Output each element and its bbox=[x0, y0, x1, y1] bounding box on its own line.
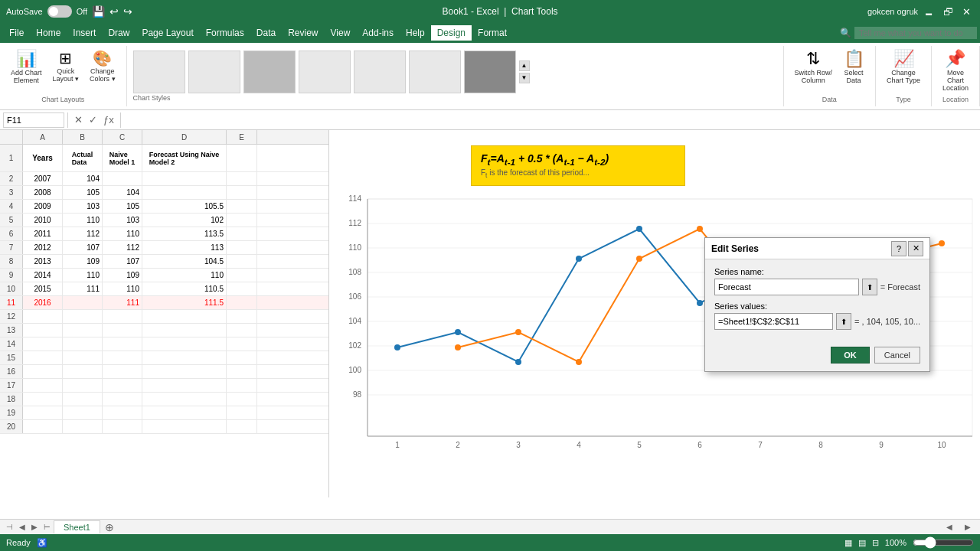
change-chart-type-button[interactable]: 📈 ChangeChart Type bbox=[882, 47, 925, 87]
chart-styles-label: Chart Styles bbox=[133, 94, 777, 103]
menu-page-layout[interactable]: Page Layout bbox=[136, 25, 199, 41]
menu-data[interactable]: Data bbox=[250, 25, 282, 41]
status-text: Ready bbox=[6, 538, 31, 547]
move-chart-button[interactable]: 📌 MoveChartLocation bbox=[938, 47, 973, 95]
col-header-e[interactable]: E bbox=[227, 130, 257, 144]
chart-style-1[interactable] bbox=[133, 51, 185, 93]
cancel-formula-icon[interactable]: ✕ bbox=[71, 114, 86, 126]
series-name-result: = Forecast bbox=[880, 282, 920, 292]
svg-text:110: 110 bbox=[348, 243, 361, 252]
chart-layouts-label: Chart Layouts bbox=[41, 96, 84, 105]
table-row: 1 Years ActualData NaiveModel 1 Forecast… bbox=[0, 145, 328, 172]
switch-row-column-button[interactable]: ⇅ Switch Row/Column bbox=[790, 47, 838, 87]
series-values-input[interactable] bbox=[714, 313, 833, 330]
sheet-tab-sheet1[interactable]: Sheet1 bbox=[54, 520, 100, 533]
quick-layout-button[interactable]: ⊞ QuickLayout ▾ bbox=[48, 47, 84, 86]
svg-text:5: 5 bbox=[637, 441, 642, 449]
redo-icon[interactable]: ↪ bbox=[123, 5, 132, 18]
autosave-toggle[interactable] bbox=[47, 5, 72, 18]
sheet-nav-next[interactable]: ▶ bbox=[28, 523, 41, 531]
svg-text:4: 4 bbox=[577, 441, 581, 449]
series-values-result: = , 104, 105, 10... bbox=[854, 317, 920, 326]
svg-text:7: 7 bbox=[758, 441, 763, 449]
menu-bar: File Home Insert Draw Page Layout Formul… bbox=[0, 23, 980, 43]
chart-style-4[interactable] bbox=[299, 51, 351, 93]
confirm-formula-icon[interactable]: ✓ bbox=[86, 114, 100, 126]
col-header-b[interactable]: B bbox=[63, 130, 103, 144]
quick-layout-icon: ⊞ bbox=[59, 51, 72, 66]
title-bar: AutoSave Off 💾 ↩ ↪ Book1 - Excel | Chart… bbox=[0, 0, 980, 23]
col-header-a[interactable]: A bbox=[23, 130, 63, 144]
sheet-nav-prev[interactable]: ◀ bbox=[16, 523, 28, 531]
table-row: 11 2016 111 111.5 bbox=[0, 296, 328, 310]
series-values-label: Series values: bbox=[714, 302, 920, 311]
chart-style-3[interactable] bbox=[243, 51, 296, 93]
chart-style-6[interactable] bbox=[409, 51, 461, 93]
page-break-view-icon[interactable]: ⊟ bbox=[872, 538, 879, 548]
menu-view[interactable]: View bbox=[325, 25, 357, 41]
sheet-nav-first[interactable]: ⊣ bbox=[3, 523, 16, 531]
chart-styles-scroll-down[interactable]: ▼ bbox=[519, 73, 530, 83]
menu-formulas[interactable]: Formulas bbox=[200, 25, 250, 41]
svg-text:8: 8 bbox=[818, 441, 823, 449]
chart-styles-scroll-up[interactable]: ▲ bbox=[519, 60, 530, 71]
svg-text:10: 10 bbox=[937, 441, 946, 449]
dialog-cancel-button[interactable]: Cancel bbox=[874, 347, 920, 364]
table-row: 2 2007 104 bbox=[0, 172, 328, 186]
save-icon[interactable]: 💾 bbox=[92, 5, 105, 18]
table-row: 17 bbox=[0, 379, 328, 393]
chart-area[interactable]: Ft=At-1 + 0.5 * (At-1 − At-2) Ft is the … bbox=[329, 130, 980, 497]
sheet-nav-last[interactable]: ⊢ bbox=[41, 523, 54, 531]
minimize-button[interactable]: 🗕 bbox=[921, 6, 937, 18]
search-input[interactable] bbox=[854, 27, 977, 39]
menu-home[interactable]: Home bbox=[30, 25, 67, 41]
svg-text:102: 102 bbox=[348, 341, 361, 350]
dialog-help-button[interactable]: ? bbox=[891, 241, 906, 256]
table-row: 4 2009 103 105 105.5 bbox=[0, 200, 328, 214]
table-row: 8 2013 109 107 104.5 bbox=[0, 255, 328, 269]
add-sheet-button[interactable]: ⊕ bbox=[105, 521, 114, 533]
add-chart-element-icon: 📊 bbox=[16, 51, 37, 67]
col-header-c[interactable]: C bbox=[103, 130, 142, 144]
select-data-button[interactable]: 📋 SelectData bbox=[838, 47, 869, 87]
name-box[interactable] bbox=[3, 112, 64, 128]
change-colors-button[interactable]: 🎨 ChangeColors ▾ bbox=[85, 47, 120, 86]
undo-icon[interactable]: ↩ bbox=[109, 5, 119, 18]
formula-main-text: Ft=At-1 + 0.5 * (At-1 − At-2) bbox=[481, 152, 675, 167]
type-group: 📈 ChangeChart Type Type bbox=[876, 46, 932, 106]
menu-review[interactable]: Review bbox=[282, 25, 324, 41]
series-name-input[interactable] bbox=[714, 279, 859, 295]
menu-design[interactable]: Design bbox=[431, 25, 472, 41]
menu-format[interactable]: Format bbox=[472, 25, 513, 41]
dialog-close-button[interactable]: ✕ bbox=[908, 241, 923, 256]
series-name-field: Series name: ⬆ = Forecast bbox=[714, 267, 920, 295]
menu-file[interactable]: File bbox=[3, 25, 30, 41]
dialog-title: Edit Series bbox=[711, 243, 759, 254]
insert-function-icon[interactable]: ƒx bbox=[100, 114, 117, 126]
restore-button[interactable]: 🗗 bbox=[940, 6, 956, 18]
sheet-scroll-left[interactable]: ◀ bbox=[940, 523, 959, 531]
spreadsheet: A B C D E 1 Years ActualData NaiveModel … bbox=[0, 130, 329, 497]
status-bar: Ready ♿ ▦ ▤ ⊟ 100% bbox=[0, 534, 980, 551]
dialog-ok-button[interactable]: OK bbox=[831, 347, 870, 364]
series-name-collapse-button[interactable]: ⬆ bbox=[862, 279, 877, 295]
menu-help[interactable]: Help bbox=[400, 25, 431, 41]
series-name-label: Series name: bbox=[714, 267, 920, 276]
page-layout-view-icon[interactable]: ▤ bbox=[858, 538, 866, 548]
chart-style-5[interactable] bbox=[354, 51, 406, 93]
table-row: 19 bbox=[0, 406, 328, 420]
col-header-d[interactable]: D bbox=[142, 130, 227, 144]
menu-insert[interactable]: Insert bbox=[67, 25, 102, 41]
sheet-scroll-right[interactable]: ▶ bbox=[959, 523, 977, 531]
menu-draw[interactable]: Draw bbox=[102, 25, 136, 41]
zoom-slider[interactable] bbox=[913, 536, 974, 549]
menu-add-ins[interactable]: Add-ins bbox=[356, 25, 400, 41]
chart-style-7[interactable] bbox=[464, 51, 516, 93]
normal-view-icon[interactable]: ▦ bbox=[844, 538, 852, 548]
autosave-label: AutoSave bbox=[6, 7, 43, 16]
add-chart-element-button[interactable]: 📊 Add ChartElement bbox=[6, 47, 47, 87]
close-button[interactable]: ✕ bbox=[959, 6, 974, 18]
formula-input[interactable] bbox=[124, 114, 977, 126]
chart-style-2[interactable] bbox=[188, 51, 240, 93]
series-values-collapse-button[interactable]: ⬆ bbox=[836, 313, 851, 330]
